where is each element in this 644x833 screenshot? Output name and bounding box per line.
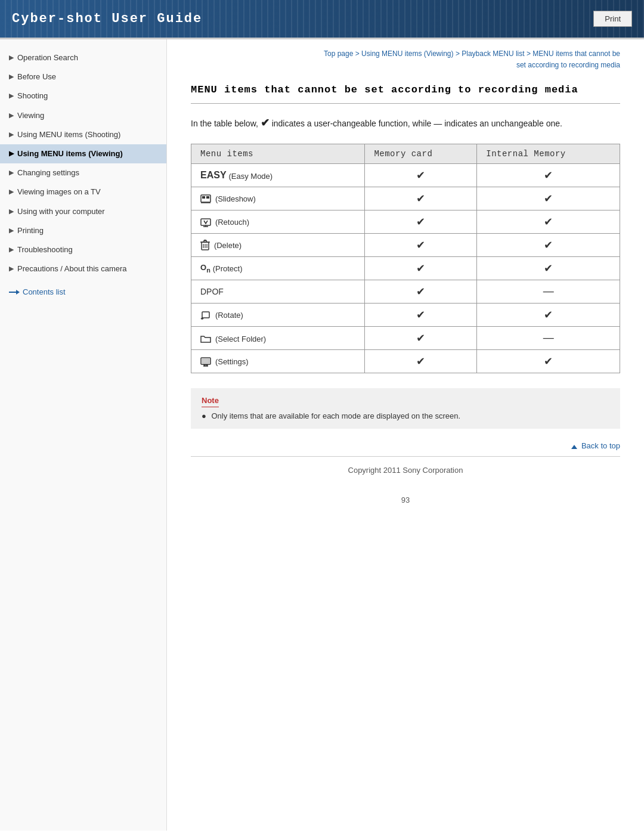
svg-rect-1: [202, 196, 205, 199]
settings-icon: [200, 357, 211, 367]
sidebar-item-before-use[interactable]: ▶ Before Use: [0, 67, 166, 86]
breadcrumb-separator: >: [355, 49, 361, 58]
memory-card-cell: ✔: [365, 163, 477, 187]
arrow-icon: ▶: [9, 53, 14, 62]
content-area: Top page > Using MENU items (Viewing) > …: [167, 39, 644, 831]
note-box: Note ● Only items that are available for…: [191, 388, 620, 429]
menu-item-cell: EASY (Easy Mode): [191, 163, 365, 187]
sidebar-item-using-menu-viewing[interactable]: ▶ Using MENU items (Viewing): [0, 144, 166, 163]
memory-card-cell: ✔: [365, 256, 477, 280]
table-row: (Retouch) ✔ ✔: [191, 210, 620, 233]
sidebar-item-label: Printing: [17, 225, 44, 236]
arrow-icon: ▶: [9, 226, 14, 235]
svg-rect-18: [202, 359, 209, 363]
main-layout: ▶ Operation Search ▶ Before Use ▶ Shooti…: [0, 39, 644, 831]
internal-memory-cell: ✔: [477, 163, 620, 187]
sidebar-item-label: Shooting: [17, 91, 48, 101]
sidebar-item-changing-settings[interactable]: ▶ Changing settings: [0, 163, 166, 182]
menu-item-cell: (Select Folder): [191, 326, 365, 349]
sidebar-item-viewing[interactable]: ▶ Viewing: [0, 106, 166, 125]
breadcrumb-playback-menu[interactable]: Playback MENU list: [462, 49, 524, 58]
sidebar-item-viewing-images-tv[interactable]: ▶ Viewing images on a TV: [0, 182, 166, 202]
description-suffix: indicates a user-changeable function, wh…: [272, 119, 562, 128]
internal-memory-cell: —: [477, 280, 620, 303]
arrow-icon: ▶: [9, 245, 14, 254]
internal-memory-cell: ✔: [477, 233, 620, 256]
table-header-row: Menu items Memory card Internal Memory: [191, 144, 620, 163]
sidebar-item-label: Before Use: [17, 72, 56, 82]
menu-item-cell: DPOF: [191, 280, 365, 303]
contents-list-link[interactable]: Contents list: [0, 281, 166, 302]
header-title: Cyber-shot User Guide: [12, 11, 202, 26]
breadcrumb-using-menu-viewing[interactable]: Using MENU items (Viewing): [361, 49, 453, 58]
note-label: Note: [202, 396, 219, 407]
table-row: EASY (Easy Mode) ✔ ✔: [191, 163, 620, 187]
arrow-icon: ▶: [9, 72, 14, 81]
rotate-label: (Rotate): [215, 311, 243, 320]
sidebar-item-using-menu-shooting[interactable]: ▶ Using MENU items (Shooting): [0, 125, 166, 144]
note-item: Only items that are available for each m…: [211, 411, 460, 420]
delete-label: (Delete): [214, 241, 242, 250]
memory-card-cell: ✔: [365, 210, 477, 233]
sidebar-item-label: Using with your computer: [17, 206, 105, 217]
folder-icon: [200, 335, 211, 343]
sidebar-item-using-computer[interactable]: ▶ Using with your computer: [0, 202, 166, 221]
internal-memory-cell: ✔: [477, 303, 620, 326]
back-to-top-label: Back to top: [581, 441, 620, 450]
print-button[interactable]: Print: [593, 11, 632, 27]
svg-rect-15: [202, 312, 209, 318]
internal-memory-cell: ✔: [477, 256, 620, 280]
slideshow-icon: [200, 194, 211, 204]
menu-item-cell: (Slideshow): [191, 187, 365, 210]
arrow-icon: ▶: [9, 91, 14, 100]
back-to-top-link[interactable]: Back to top: [571, 441, 620, 450]
memory-card-cell: ✔: [365, 233, 477, 256]
arrow-icon-active: ▶: [9, 149, 14, 158]
col-header-menu-items: Menu items: [191, 144, 365, 163]
sidebar-item-printing[interactable]: ▶ Printing: [0, 221, 166, 240]
table-row: (Rotate) ✔ ✔: [191, 303, 620, 326]
breadcrumb-separator: >: [527, 49, 532, 58]
internal-memory-cell: —: [477, 326, 620, 349]
protect-icon: On: [200, 263, 210, 272]
easy-mode-label: (Easy Mode): [228, 172, 273, 181]
slideshow-label: (Slideshow): [215, 194, 256, 203]
dpof-label: DPOF: [200, 287, 224, 296]
protect-label: (Protect): [213, 264, 243, 273]
sidebar-item-label: Viewing images on a TV: [17, 187, 101, 197]
breadcrumb-current[interactable]: MENU items that cannot beset according t…: [516, 49, 620, 69]
arrow-icon: ▶: [9, 187, 14, 196]
memory-card-cell: ✔: [365, 326, 477, 349]
sidebar-item-label: Changing settings: [17, 168, 79, 178]
note-text: ● Only items that are available for each…: [202, 410, 609, 422]
sidebar-item-precautions[interactable]: ▶ Precautions / About this camera: [0, 259, 166, 278]
breadcrumb: Top page > Using MENU items (Viewing) > …: [191, 48, 620, 71]
easy-label: EASY: [200, 170, 227, 180]
internal-memory-cell: ✔: [477, 210, 620, 233]
menu-item-cell: On (Protect): [191, 256, 365, 280]
table-row: (Settings) ✔ ✔: [191, 349, 620, 373]
col-header-internal-memory: Internal Memory: [477, 144, 620, 163]
arrow-right-icon: [9, 289, 20, 295]
retouch-label: (Retouch): [215, 218, 249, 227]
sidebar-item-label: Using MENU items (Shooting): [17, 129, 120, 140]
bullet-icon: ●: [202, 411, 206, 420]
back-to-top-container: Back to top: [191, 441, 620, 450]
table-row: (Select Folder) ✔ —: [191, 326, 620, 349]
table-row: (Slideshow) ✔ ✔: [191, 187, 620, 210]
table-row: DPOF ✔ —: [191, 280, 620, 303]
contents-list-label: Contents list: [23, 287, 66, 296]
check-symbol: ✔: [261, 117, 270, 129]
col-header-memory-card: Memory card: [365, 144, 477, 163]
sidebar-item-troubleshooting[interactable]: ▶ Troubleshooting: [0, 240, 166, 259]
arrow-icon: ▶: [9, 264, 14, 273]
memory-card-cell: ✔: [365, 349, 477, 373]
menu-item-cell: (Retouch): [191, 210, 365, 233]
sidebar-item-operation-search[interactable]: ▶ Operation Search: [0, 48, 166, 67]
breadcrumb-top-page[interactable]: Top page: [324, 49, 353, 58]
sidebar-item-label: Operation Search: [17, 52, 78, 63]
sidebar-item-label: Precautions / About this camera: [17, 264, 127, 274]
memory-card-cell: ✔: [365, 187, 477, 210]
sidebar-item-shooting[interactable]: ▶ Shooting: [0, 86, 166, 106]
arrow-icon: ▶: [9, 168, 14, 177]
